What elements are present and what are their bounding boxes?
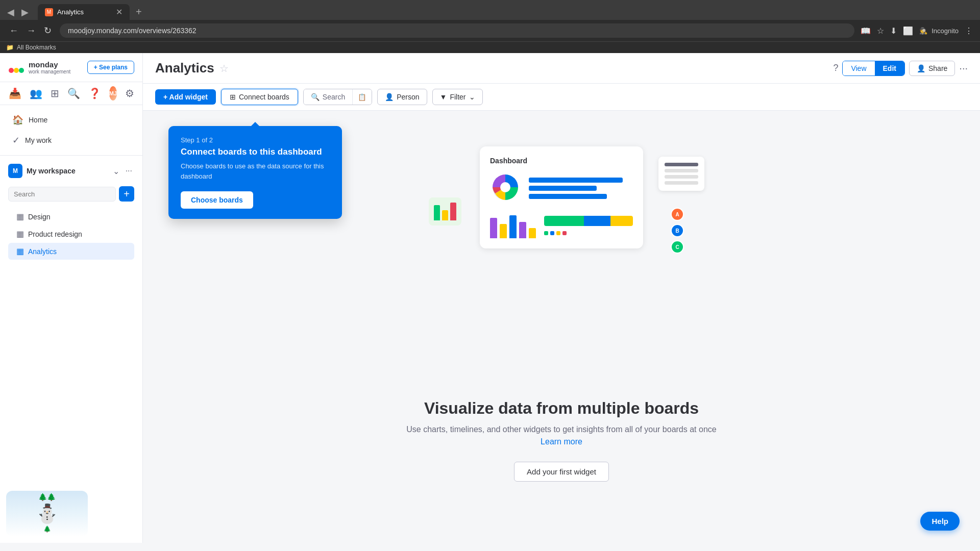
see-plans-button[interactable]: + See plans [87,61,134,74]
person-filter-button[interactable]: 👤 Person [377,89,427,105]
visualize-description: Use charts, timelines, and other widgets… [383,425,740,434]
vbar-5 [529,228,536,238]
filter-button[interactable]: ▼ Filter ⌄ [432,89,483,105]
help-button[interactable]: Help [920,512,960,531]
people-icon[interactable]: 👥 [30,87,42,99]
person-icon: 👤 [385,93,394,101]
my-work-label: My work [25,136,52,144]
dashboard-illustration-container: Dashboard [480,146,643,248]
search-bar-button[interactable]: 🔍 Search [304,89,353,105]
choose-boards-button[interactable]: Choose boards [181,191,253,209]
add-board-button[interactable]: + [119,186,134,202]
svg-point-0 [9,68,14,73]
float-left-chart [429,197,461,226]
address-bar[interactable] [60,23,854,38]
header-actions: ? View Edit 👤 Share ··· [833,61,968,76]
svg-point-1 [14,68,19,73]
bookmarks-icon: 📁 [6,44,14,51]
incognito-label: Incognito [930,26,960,36]
board-item-design[interactable]: ▦ Design [8,208,134,225]
board-icon-product-redesign: ▦ [16,229,24,239]
bookmarks-label[interactable]: All Bookmarks [17,44,56,51]
tab-close-button[interactable]: ✕ [116,7,122,17]
favorite-button[interactable]: ☆ [219,62,229,74]
more-options-button[interactable]: ··· [959,62,968,74]
view-edit-group: View Edit [842,61,905,76]
help-icon[interactable]: ❓ [88,87,101,99]
settings-icon[interactable]: ⚙ [125,87,134,99]
bar-horiz-1 [529,178,623,183]
connect-boards-label: Connect boards [239,93,289,101]
board-item-analytics[interactable]: ▦ Analytics [8,243,134,260]
floating-avatars: A B C [671,208,684,254]
view-button[interactable]: View [843,61,874,76]
incognito-button[interactable]: 🕵 Incognito [918,26,960,36]
filter-icon: ▼ [440,93,447,101]
active-tab[interactable]: M Analytics ✕ [38,4,130,20]
main-content: Analytics ☆ ? View Edit 👤 Share ··· + Ad… [143,53,980,543]
logo-text: monday [29,60,70,69]
clipboard-button[interactable]: 📋 [353,90,372,105]
workspace-header[interactable]: M My workspace ⌄ ··· [4,160,138,182]
edit-button[interactable]: Edit [875,61,904,76]
pie-chart [490,172,521,205]
inbox-icon[interactable]: 📥 [9,87,21,99]
vbar-4 [519,222,526,238]
download-icon[interactable]: ⬇ [889,25,898,37]
browser-chrome: ◀ ▶ M Analytics ✕ + ← → ↻ 📖 ☆ ⬇ ⬜ 🕵 Inco… [0,0,980,53]
vbar-2 [500,224,507,238]
add-first-widget-button[interactable]: Add your first widget [514,462,609,482]
apps-icon[interactable]: ⊞ [51,87,59,99]
new-tab-button[interactable]: + [132,4,146,20]
my-work-icon: ✓ [12,135,20,146]
share-button[interactable]: 👤 Share [909,61,955,76]
reader-icon[interactable]: 📖 [860,25,872,37]
board-item-product-redesign[interactable]: ▦ Product redesign [8,226,134,242]
snowman-emoji: ⛄ [36,503,59,524]
page-header: Analytics ☆ ? View Edit 👤 Share ··· [143,53,980,84]
svg-point-4 [500,182,510,192]
svg-point-2 [19,68,24,73]
sidebar-search-input[interactable] [8,187,116,202]
incognito-icon: 🕵 [918,26,928,36]
search-global-icon[interactable]: 🔍 [67,87,80,99]
sidebar: monday work management + See plans 🔔 📥 👥… [0,53,143,543]
user-avatar[interactable]: MJ [109,86,117,101]
sidebar-item-home[interactable]: 🏠 Home [4,110,138,130]
sidebar-nav: 🏠 Home ✓ My work [0,105,142,156]
forward-button[interactable]: ▶ [19,5,31,20]
avatar-2: B [671,224,684,237]
bar-horiz-3 [529,194,607,199]
workspace-collapse-button[interactable]: ⌄ [111,165,121,177]
person-label: Person [397,93,419,101]
search-bar-icon: 🔍 [311,93,320,101]
split-view-icon[interactable]: ⬜ [902,25,914,37]
board-label-product-redesign: Product redesign [28,230,82,238]
dashboard-card-label: Dashboard [490,157,633,165]
connect-boards-icon: ⊞ [230,93,236,101]
horizontal-bar-chart [529,172,633,205]
page-title: Analytics [155,60,214,76]
dashboard-content: Step 1 of 2 Connect boards to this dashb… [143,111,980,543]
learn-more-link[interactable]: Learn more [541,437,582,446]
avatar-3: C [671,240,684,254]
avatar-1: A [671,208,684,221]
bookmark-star-icon[interactable]: ☆ [876,25,885,37]
add-widget-button[interactable]: + Add widget [155,89,216,105]
bell-icon[interactable]: 🔔 [0,87,1,99]
app-container: monday work management + See plans 🔔 📥 👥… [0,53,980,543]
snowman-illustration: 🌲🌲 ⛄ 🌲 [6,491,88,537]
workspace-more-button[interactable]: ··· [124,165,134,177]
back-button[interactable]: ◀ [5,5,16,20]
filter-label: Filter [450,93,465,101]
top-icons-row: 🔔 📥 👥 ⊞ 🔍 ❓ MJ ⚙ [0,82,142,105]
browser-back-button[interactable]: ← [6,23,21,38]
menu-dots-icon[interactable]: ⋮ [964,25,974,37]
browser-reload-button[interactable]: ↻ [41,23,55,38]
browser-forward-button[interactable]: → [23,23,39,38]
monday-logo: monday work management [8,59,70,76]
workspace-avatar: M [8,164,22,178]
sidebar-item-my-work[interactable]: ✓ My work [4,131,138,150]
header-help-button[interactable]: ? [833,63,838,73]
connect-boards-button[interactable]: ⊞ Connect boards [221,89,298,105]
